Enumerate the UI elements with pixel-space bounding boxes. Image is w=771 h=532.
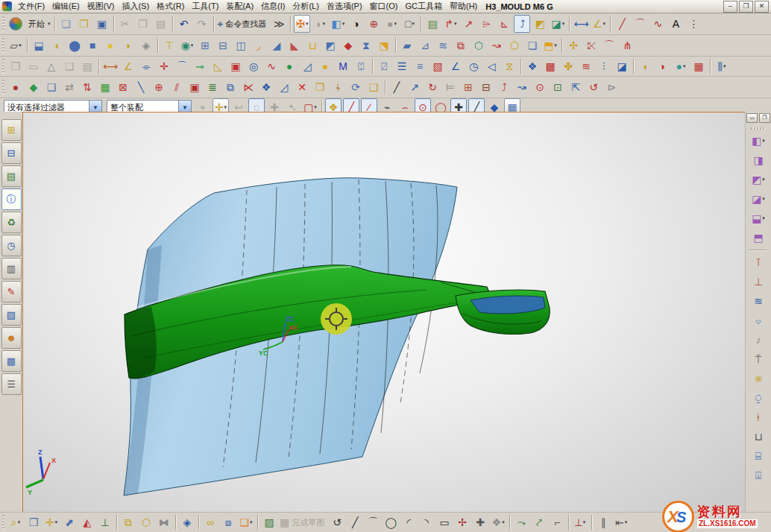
grid-rows-icon[interactable]: ☰: [394, 57, 410, 75]
subtract-icon[interactable]: ⊟: [215, 37, 231, 54]
curve-analysis-icon[interactable]: ∿: [263, 57, 280, 75]
match-edge-icon[interactable]: ⌒: [601, 37, 617, 54]
reflection-analysis-icon[interactable]: ≋: [578, 57, 594, 75]
pattern-grid-icon[interactable]: ⊡: [550, 78, 566, 96]
rotate-about-line-icon[interactable]: ↻: [424, 78, 441, 96]
close-button[interactable]: ✕: [755, 1, 769, 13]
mold-csys-icon[interactable]: ◨: [749, 151, 768, 169]
assembly-navigator-tab[interactable]: ⊞: [1, 119, 22, 141]
fit-view-icon[interactable]: ✠▾: [294, 15, 310, 33]
move-face-icon[interactable]: ⇄: [61, 78, 78, 96]
gold-ball-icon[interactable]: ●: [317, 57, 333, 75]
history-tab[interactable]: ◷: [1, 235, 22, 256]
datum-csys-icon[interactable]: ↱▾: [442, 15, 459, 33]
menu-gc-toolbox[interactable]: GC工具箱: [402, 0, 445, 16]
shrinkage-icon[interactable]: ◩▾: [749, 171, 768, 189]
rainbow-sphere-icon[interactable]: ●▾: [673, 57, 689, 75]
boolean-icon[interactable]: ◉▾: [179, 37, 195, 54]
face-pair-icon[interactable]: ◪: [614, 57, 630, 75]
slope-analysis-icon[interactable]: ◿: [299, 57, 315, 75]
swept-surface-icon[interactable]: ↝: [488, 37, 505, 54]
sketch-constraints-icon[interactable]: ⟂▾: [572, 513, 588, 531]
background-icon[interactable]: □▾: [401, 15, 418, 33]
roles-tab[interactable]: ☻: [1, 327, 22, 349]
datum-axis-icon[interactable]: ↗: [460, 15, 476, 33]
vertex-edit-icon[interactable]: ⋉: [240, 78, 257, 96]
color-cube-icon[interactable]: ▧: [429, 57, 446, 75]
viewport-restore-icon[interactable]: ▭: [746, 113, 758, 123]
sketch-chamfer-icon[interactable]: ◝: [418, 513, 435, 531]
save-icon[interactable]: ▣: [94, 15, 110, 33]
trim-body-icon[interactable]: ◫: [233, 37, 249, 54]
pull-face-icon[interactable]: ⇅: [79, 78, 95, 96]
layer-settings-icon[interactable]: ≣: [204, 78, 221, 96]
open-folder-icon[interactable]: ❐: [312, 78, 328, 96]
reference-set-icon[interactable]: ⧇: [220, 513, 236, 531]
chamfer-icon[interactable]: ◢: [268, 37, 285, 54]
3d-viewport[interactable]: ZC XC YC Z X Y: [22, 112, 746, 513]
to-layer-box-icon[interactable]: ❑: [365, 78, 382, 96]
x-form-icon[interactable]: ✣: [565, 37, 582, 54]
text-icon[interactable]: A: [667, 15, 684, 33]
four-point-surface-icon[interactable]: ▰: [399, 37, 415, 54]
redo-icon[interactable]: ↷: [194, 15, 210, 33]
swept-boss-icon[interactable]: ◗: [120, 37, 136, 54]
scale-body-icon[interactable]: ⧗: [358, 37, 374, 54]
draft-analysis-icon[interactable]: ❖: [524, 57, 541, 75]
line-width-icon[interactable]: ╲: [133, 78, 149, 96]
wave-geometry-linker-icon[interactable]: ⧉: [120, 513, 136, 531]
parting-tools-icon[interactable]: ⬒: [749, 229, 768, 247]
menu-edit[interactable]: 编辑(E): [49, 0, 83, 16]
menu-window[interactable]: 窗口(O): [367, 0, 401, 16]
offset-face-icon[interactable]: ⬔: [376, 37, 392, 54]
edit-pole-icon[interactable]: ⋔: [619, 37, 635, 54]
add-component-icon[interactable]: ✛▾: [43, 513, 60, 531]
clock-icon[interactable]: ◷: [465, 57, 482, 75]
arc-icon[interactable]: ⌒: [632, 15, 648, 33]
orient-view-icon[interactable]: ◗▾: [312, 15, 328, 33]
shaded-with-edges-icon[interactable]: ◧▾: [330, 15, 346, 33]
menu-information[interactable]: 信息(I): [258, 0, 288, 16]
translate-up-icon[interactable]: ⤴: [496, 78, 512, 96]
menu-file[interactable]: 文件(F): [15, 0, 48, 16]
make-corner-icon[interactable]: ⌐: [549, 513, 565, 531]
roles-book-icon[interactable]: ▤: [424, 15, 441, 33]
object-display-icon[interactable]: ▦: [97, 78, 113, 96]
find-component-icon[interactable]: ⌕▾: [7, 513, 24, 531]
menu-insert[interactable]: 插入(S): [119, 0, 152, 16]
datum-grid-icon[interactable]: ◿: [276, 78, 292, 96]
tolerance-triangle-icon[interactable]: △: [43, 57, 60, 75]
runner-icon[interactable]: ♪: [749, 331, 768, 349]
create-new-parent-icon[interactable]: ⬡: [138, 513, 154, 531]
spreadsheet-icon[interactable]: ⍁: [376, 57, 392, 75]
see-thru-glasses-icon[interactable]: ◩: [532, 15, 548, 33]
scale-object-icon[interactable]: ⊙: [532, 78, 548, 96]
ejector-pin-icon[interactable]: ⊥: [749, 273, 768, 291]
csys-constructor-icon[interactable]: ⊾: [496, 15, 512, 33]
sketch-task-icon[interactable]: ▨: [261, 513, 277, 531]
wcs-dynamics-icon[interactable]: ⊕: [151, 78, 167, 96]
measure-distance-icon[interactable]: ⟷: [102, 57, 119, 75]
shaded-analysis-icon[interactable]: ◖: [637, 57, 653, 75]
quick-extend-icon[interactable]: ⤤: [531, 513, 547, 531]
sketch-point-icon[interactable]: ✢: [454, 513, 471, 531]
point-constructor-icon[interactable]: ⌲: [478, 15, 494, 33]
mirror-assembly-icon[interactable]: ◭: [79, 513, 95, 531]
annotation-box-icon[interactable]: ▣: [227, 57, 244, 75]
menu-format[interactable]: 格式(R): [154, 0, 187, 16]
internet-explorer-tab[interactable]: ⓘ: [1, 189, 22, 210]
measure-point-icon[interactable]: ✛: [156, 57, 172, 75]
perspective-icon[interactable]: ●▾: [383, 15, 400, 33]
command-finder-icon[interactable]: ⌖命令查找器: [217, 15, 270, 33]
minimize-button[interactable]: –: [723, 1, 737, 13]
circular-array-icon[interactable]: ⊟: [478, 78, 494, 96]
grid-analysis-icon[interactable]: ▦: [690, 57, 707, 75]
rectangular-array-icon[interactable]: ⊞: [460, 78, 476, 96]
move-object-icon[interactable]: ❏: [43, 78, 60, 96]
gate-icon[interactable]: ⍑: [749, 350, 768, 368]
slider-lifter-icon[interactable]: ≋: [749, 292, 768, 310]
hole-icon[interactable]: ⊤: [161, 37, 177, 54]
edit-section-icon[interactable]: ◪▾: [550, 15, 566, 33]
through-curve-mesh-icon[interactable]: ⧉: [453, 37, 469, 54]
trim-mold-component-icon[interactable]: ⍿: [749, 408, 768, 426]
